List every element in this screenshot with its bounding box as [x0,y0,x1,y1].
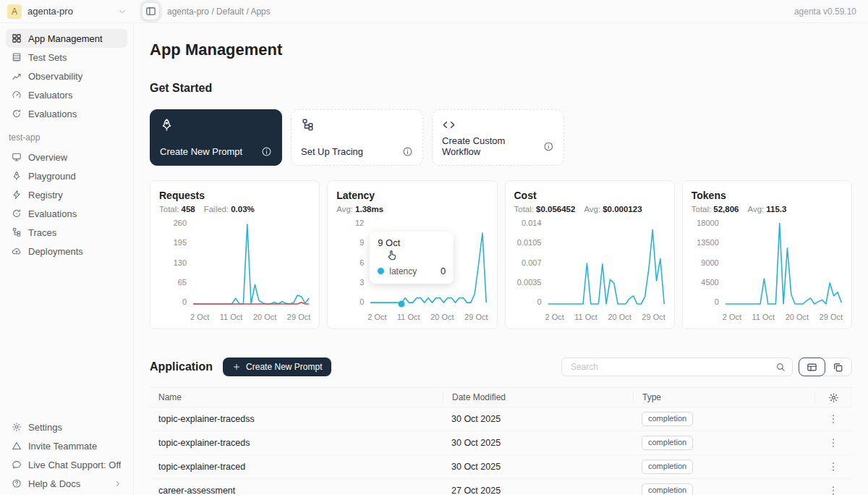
sidebar-item-app-management[interactable]: App Management [6,29,127,48]
card-label: Set Up Tracing [301,146,363,157]
x-axis: 2 Oct11 Oct20 Oct29 Oct [190,313,310,323]
row-menu-icon[interactable] [827,461,839,473]
chart-stats: Total:$0.056452 Avg:$0.000123 [514,205,665,213]
sidebar-item-help-docs[interactable]: Help & Docs [6,474,127,493]
version-label: agenta v0.59.10 [794,7,856,17]
sidebar-main-nav: App Management Test Sets Observability E… [6,29,127,123]
tooltip-date: 9 Oct [378,237,446,248]
tree-icon [12,227,22,237]
info-icon[interactable] [402,146,413,157]
info-icon[interactable] [543,141,554,152]
row-menu-icon[interactable] [827,437,839,449]
hand-pointer-icon [386,249,399,262]
breadcrumb: agenta-pro / Default / Apps [167,7,271,17]
table-row[interactable]: topic-explainer-traced 30 Oct 2025 compl… [150,455,852,479]
table-body: topic-explainer-tracedss 30 Oct 2025 com… [150,407,852,495]
page-title: App Management [150,40,852,60]
chart-title: Latency [336,190,488,201]
set-up-tracing-card[interactable]: Set Up Tracing [291,109,423,166]
sidebar-item-test-sets[interactable]: Test Sets [6,48,127,67]
chart-plot[interactable] [548,223,664,304]
series-color-dot [378,268,384,274]
workspace-name: agenta-pro [27,6,112,17]
sidebar-item-settings[interactable]: Settings [6,418,127,436]
x-axis: 2 Oct11 Oct20 Oct29 Oct [723,313,843,323]
workspace-avatar: A [7,4,22,19]
type-badge: completion [642,436,693,450]
hover-point-marker [398,301,404,308]
chart-title: Cost [514,190,665,201]
search-icon[interactable] [775,362,786,372]
sidebar-bottom-nav: Settings Invite Teammate Live Chat Suppo… [6,418,127,494]
create-new-prompt-button[interactable]: Create New Prompt [223,358,331,376]
workspace-selector[interactable]: A agenta-pro [0,0,134,22]
row-menu-icon[interactable] [827,485,839,495]
app-root: { "topbar": { "workspace": { "avatar_let… [0,0,868,495]
create-new-prompt-card[interactable]: Create New Prompt [150,109,282,166]
series-value: 0 [441,266,446,276]
sidebar-item-invite-teammate[interactable]: Invite Teammate [6,436,127,455]
chart-icon [12,71,22,81]
get-started-title: Get Started [150,81,852,96]
cost-chart-card: Cost Total:$0.056452 Avg:$0.000123 0.014… [505,180,675,329]
chart-plot[interactable] [726,223,841,304]
app-name: career-assessment [150,486,443,495]
sidebar-item-overview[interactable]: Overview [6,148,127,166]
sidebar-item-evaluations[interactable]: Evaluations [6,204,127,223]
bolt-icon [12,190,22,200]
app-date-modified: 30 Oct 2025 [443,438,633,448]
cloud-icon [12,246,22,256]
type-badge: completion [642,483,693,495]
sidebar-panel-icon [145,6,156,17]
application-tools [561,358,852,376]
y-axis: 1800013500900045000 [692,219,719,306]
main-content: App Management Get Started Create New Pr… [134,23,868,495]
x-axis: 2 Oct11 Oct20 Oct29 Oct [545,313,665,323]
x-axis: 2 Oct11 Oct20 Oct29 Oct [367,313,488,323]
type-badge: completion [642,412,693,426]
sidebar-app-nav: Overview Playground Registry Evaluations… [6,148,127,261]
application-title: Application [150,360,213,373]
gauge-icon [12,90,22,100]
tooltip-series-row: latency 0 [378,266,446,276]
sidebar-toggle-button[interactable] [142,2,160,20]
create-custom-workflow-card[interactable]: Create Custom Workflow [432,109,564,166]
sidebar: App Management Test Sets Observability E… [0,23,134,495]
search-input[interactable] [569,361,771,373]
table-row[interactable]: topic-explainer-tracedss 30 Oct 2025 com… [150,407,852,431]
sidebar-item-deployments[interactable]: Deployments [6,242,127,261]
top-bar: A agenta-pro agenta-pro / Default / Apps… [0,0,868,23]
sidebar-item-traces[interactable]: Traces [6,223,127,242]
plus-icon [232,363,241,371]
card-view-button[interactable] [825,358,851,376]
y-axis: 260195130650 [159,219,187,306]
column-header-date-modified[interactable]: Date Modified [443,392,633,403]
y-axis: 129630 [336,219,364,306]
column-header-type[interactable]: Type [633,392,814,403]
line-chart: 260195130650 2 Oct11 Oct20 Oct29 Oct [159,223,310,323]
monitor-icon [12,152,22,162]
info-icon[interactable] [261,146,272,157]
sidebar-item-evaluators[interactable]: Evaluators [6,85,127,104]
table-row[interactable]: topic-explainer-traceds 30 Oct 2025 comp… [150,431,852,455]
app-name: topic-explainer-tracedss [150,414,443,424]
table-view-button[interactable] [799,358,825,376]
sidebar-item-live-chat-support-off[interactable]: Live Chat Support: Off [6,455,127,474]
application-header: Application Create New Prompt [150,357,852,377]
sidebar-item-observability[interactable]: Observability [6,67,127,85]
refresh-icon [12,208,22,219]
sidebar-item-evaluations[interactable]: Evaluations [6,104,127,123]
question-icon [12,478,22,488]
card-label: Create New Prompt [160,146,242,157]
app-name: topic-explainer-traced [150,462,443,472]
column-header-name[interactable]: Name [150,392,443,403]
row-menu-icon[interactable] [827,413,839,425]
view-toggle [799,358,852,376]
chart-plot[interactable] [193,223,309,304]
sidebar-item-registry[interactable]: Registry [6,185,127,204]
chevron-down-icon [118,7,127,16]
gear-icon[interactable] [828,392,839,403]
table-row[interactable]: career-assessment 27 Oct 2025 completion [150,479,852,495]
sidebar-item-playground[interactable]: Playground [6,166,127,185]
chevron-right-icon [114,480,122,488]
